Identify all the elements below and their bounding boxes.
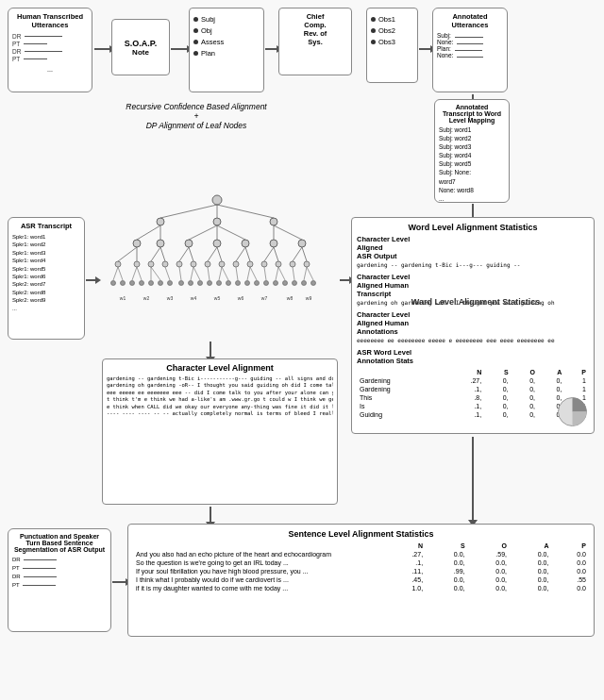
svg-point-54 xyxy=(159,281,163,286)
tree-diagram-area: w1 w2 w3 w4 w5 w6 w7 w8 w9 xyxy=(94,189,340,340)
svg-line-4 xyxy=(160,205,217,218)
chief-comp-box: ChiefComp.Rev. ofSys. xyxy=(278,8,352,75)
svg-line-6 xyxy=(217,205,274,218)
word-mapping-title: AnnotatedTranscript to WordLevel Mapping xyxy=(439,104,505,124)
sentence-level-stats-box: Sentence Level Alignment Statistics N S … xyxy=(127,524,595,637)
pie-chart xyxy=(556,395,589,428)
svg-text:w4: w4 xyxy=(191,295,197,301)
table-row: I think what I probably would do if we c… xyxy=(133,575,589,584)
svg-line-40 xyxy=(189,247,193,261)
svg-line-46 xyxy=(274,247,278,261)
svg-point-51 xyxy=(130,281,135,286)
human-transcribed-title: Human Transcribed Utterances xyxy=(12,12,88,29)
asr-transcript-box: ASR Transcript Spkr1: word1 Spkr1: word2… xyxy=(8,217,85,340)
svg-line-82 xyxy=(219,267,222,280)
ward-level-stats-label: Ward Level Alignment Statistics xyxy=(358,297,594,307)
svg-line-88 xyxy=(276,267,278,280)
svg-point-55 xyxy=(168,281,173,286)
svg-text:w1: w1 xyxy=(120,295,126,301)
svg-point-9 xyxy=(185,240,193,247)
recursive-confidence-text: Recursive Confidence Based Alignment + D… xyxy=(102,102,291,130)
svg-point-62 xyxy=(236,281,241,286)
svg-point-52 xyxy=(140,281,144,286)
svg-text:w6: w6 xyxy=(238,295,244,301)
svg-point-30 xyxy=(247,261,253,267)
char-level-title: Character Level Alignment xyxy=(107,363,333,373)
svg-text:w7: w7 xyxy=(261,295,268,301)
svg-line-43 xyxy=(236,247,245,261)
svg-point-49 xyxy=(111,281,116,286)
svg-point-53 xyxy=(149,281,154,286)
svg-text:w8: w8 xyxy=(287,295,294,301)
subj-obj-box: Subj Obj Assess Plan xyxy=(189,8,264,92)
char-asr-text: gardening -- gardening t-Bic i---g--- gu… xyxy=(357,261,589,269)
ht-line-2: PT xyxy=(12,41,88,47)
svg-point-70 xyxy=(311,281,316,286)
svg-line-76 xyxy=(151,267,160,280)
svg-line-35 xyxy=(118,247,137,261)
table-row: This .8, 0, 0, 0, 1 xyxy=(357,393,589,402)
svg-line-84 xyxy=(236,267,238,280)
sentence-stats-table: N S O A P And you also had an echo pictu… xyxy=(133,542,589,592)
word-mapping-content: Subj: word1 Subj: word2 Subj: word3 Subj… xyxy=(439,125,505,203)
svg-line-85 xyxy=(247,267,250,280)
obs-box: Obs1 Obs2 Obs3 xyxy=(366,8,418,83)
svg-line-79 xyxy=(191,267,193,280)
svg-point-58 xyxy=(198,281,203,286)
svg-line-48 xyxy=(302,247,307,261)
svg-point-31 xyxy=(261,261,267,267)
svg-point-66 xyxy=(274,281,278,286)
svg-line-72 xyxy=(118,267,123,280)
svg-point-69 xyxy=(302,281,307,286)
char-level-text: gardening -- gardening t-Bic i----------… xyxy=(107,375,333,418)
svg-line-86 xyxy=(250,267,257,280)
svg-point-21 xyxy=(115,261,121,267)
asr-title: ASR Transcript xyxy=(12,222,80,230)
word-mapping-box: AnnotatedTranscript to WordLevel Mapping… xyxy=(434,99,510,203)
svg-point-28 xyxy=(219,261,225,267)
svg-line-16 xyxy=(189,225,217,240)
svg-point-22 xyxy=(134,261,140,267)
main-container: Human Transcribed Utterances DR PT DR PT… xyxy=(0,0,604,700)
svg-line-91 xyxy=(304,267,307,280)
svg-line-81 xyxy=(208,267,210,280)
svg-point-67 xyxy=(283,281,288,286)
svg-point-3 xyxy=(270,218,277,225)
svg-point-27 xyxy=(205,261,210,267)
svg-line-39 xyxy=(179,247,189,261)
svg-point-8 xyxy=(157,240,164,247)
svg-point-32 xyxy=(276,261,281,267)
table-row: Guiding .1, 0, 0, 0, 1 xyxy=(357,410,589,419)
ht-line-3: DR xyxy=(12,48,88,55)
svg-point-57 xyxy=(189,281,193,286)
word-level-stats-title: Word Level Alignment Statistics xyxy=(357,223,589,232)
table-row: Gardening .1, 0, 0, 0, 1 xyxy=(357,385,589,393)
svg-text:w2: w2 xyxy=(143,295,150,301)
svg-point-25 xyxy=(176,261,182,267)
ann-utt-title: AnnotatedUtterances xyxy=(437,12,503,29)
svg-line-41 xyxy=(208,247,217,261)
svg-text:w5: w5 xyxy=(214,295,221,301)
annotated-utt-box: AnnotatedUtterances Subj: None: Plan: No… xyxy=(432,8,508,92)
svg-point-59 xyxy=(208,281,212,286)
svg-line-78 xyxy=(179,267,181,280)
svg-line-20 xyxy=(274,225,302,240)
svg-point-12 xyxy=(270,240,277,247)
arrow-word-stats-down xyxy=(468,437,478,526)
word-stats-table: N S O A P Gardening .27, 0, 0, 0, 1 Gard xyxy=(357,368,589,419)
punct-lines: DR PT DR PT xyxy=(12,556,107,590)
table-row: So the question is we're going to get an… xyxy=(133,558,589,567)
svg-line-74 xyxy=(137,267,142,280)
svg-point-65 xyxy=(264,281,269,286)
table-row: Is .1, 0, 0, 0, 1 xyxy=(357,402,589,410)
svg-point-61 xyxy=(226,281,231,286)
svg-line-18 xyxy=(217,225,245,240)
svg-line-73 xyxy=(132,267,137,280)
svg-line-80 xyxy=(193,267,200,280)
ht-line-4: PT xyxy=(12,56,88,62)
table-row: Gardening .27, 0, 0, 0, 1 xyxy=(357,376,589,385)
svg-point-50 xyxy=(121,281,126,286)
svg-point-34 xyxy=(304,261,310,267)
svg-line-38 xyxy=(160,247,165,261)
svg-point-29 xyxy=(233,261,239,267)
